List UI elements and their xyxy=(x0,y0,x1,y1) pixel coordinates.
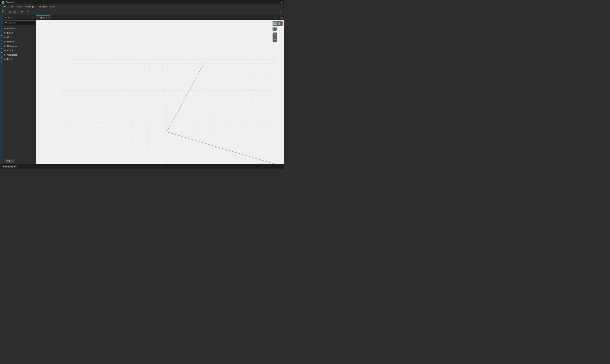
tree-item-geometry[interactable]: ▶ Geometry xyxy=(3,44,36,48)
expand-arrow-display: ▶ xyxy=(4,40,6,43)
canvas-viewport[interactable]: + − xyxy=(36,20,284,164)
expand-arrow-office: ▶ xyxy=(4,49,6,52)
tree-label-geometry: Geometry xyxy=(7,45,17,47)
menu-file[interactable]: File xyxy=(1,5,8,8)
undo-button[interactable] xyxy=(20,10,25,14)
tree-label-operators: Operators xyxy=(7,54,17,56)
perspective-view-button[interactable] xyxy=(273,22,277,25)
redo-button[interactable] xyxy=(26,10,30,14)
expand-arrow-operators: ▶ xyxy=(4,54,6,56)
main-layout: 1 2 3 4 5 6 7 Library | ‖ ◁ 🔍 ▶ Analyze xyxy=(0,15,284,164)
search-input[interactable] xyxy=(9,22,34,24)
add-bar: Add ▼ xyxy=(3,157,36,164)
close-button[interactable]: ✕ xyxy=(280,1,283,4)
view-toggles xyxy=(272,21,283,26)
app-icon xyxy=(2,1,4,4)
tree-label-builtin: BuiltIn xyxy=(7,32,14,34)
tree-label-display: Display xyxy=(7,40,14,43)
menu-edit[interactable]: Edit xyxy=(8,5,15,8)
svg-rect-3 xyxy=(14,12,16,13)
tree-item-display[interactable]: ▶ Display xyxy=(3,39,36,44)
tree-item-office[interactable]: ▶ Office xyxy=(3,48,36,52)
app-title: Dynamo xyxy=(6,1,271,3)
fit-view-button[interactable] xyxy=(272,27,277,31)
zoom-controls: + − xyxy=(272,27,283,42)
canvas-controls: + − xyxy=(272,21,283,42)
title-bar: Dynamo ─ □ ✕ xyxy=(0,0,284,4)
sidebar-title: Library xyxy=(4,16,25,19)
svg-rect-6 xyxy=(41,20,279,164)
menu-settings[interactable]: Settings xyxy=(37,5,48,8)
menu-view[interactable]: View xyxy=(15,5,24,8)
tree-item-analyze[interactable]: ▶ Analyze xyxy=(3,26,36,30)
line-6: 6 xyxy=(0,55,3,60)
screenshot-button[interactable] xyxy=(278,10,283,14)
sidebar-layout-icon[interactable]: ‖ xyxy=(28,16,31,19)
toolbar-sep-1 xyxy=(18,10,19,14)
line-2: 2 xyxy=(0,38,3,42)
run-mode-dropdown[interactable]: Automatic ▼ xyxy=(2,165,17,168)
tabs-bar: Home ✕ ≡ xyxy=(36,15,284,20)
expand-arrow-geometry: ▶ xyxy=(4,45,6,47)
line-4: 4 xyxy=(0,47,3,51)
sidebar-header-icons: | ‖ ◁ xyxy=(25,16,35,19)
expand-arrow-revit: ▶ xyxy=(4,58,6,60)
tabs-overflow[interactable]: ≡ xyxy=(280,17,284,19)
tree-label-revit: Revit xyxy=(7,58,12,60)
library-tree: ▶ Analyze ▶ BuiltIn ▶ Core ▶ Display ▶ G… xyxy=(3,26,36,157)
expand-arrow-builtin: ▶ xyxy=(4,32,6,34)
menu-help[interactable]: Help xyxy=(49,5,56,8)
zoom-out-button[interactable]: − xyxy=(272,37,277,42)
minimize-button[interactable]: ─ xyxy=(272,1,275,4)
menu-packages[interactable]: Packages xyxy=(24,5,37,8)
tree-label-analyze: Analyze xyxy=(7,27,15,29)
maximize-button[interactable]: □ xyxy=(276,1,279,4)
tab-home-close[interactable]: ✕ xyxy=(45,17,47,19)
search-icon: 🔍 xyxy=(5,22,8,24)
expand-arrow-core: ▶ xyxy=(4,36,6,38)
toolbar xyxy=(0,9,284,15)
tab-home-label: Home xyxy=(38,16,44,19)
sidebar-pin-icon[interactable]: | xyxy=(25,16,28,19)
tree-item-operators[interactable]: ▶ Operators xyxy=(3,52,36,57)
line-3: 3 xyxy=(0,42,3,47)
open-button[interactable] xyxy=(7,10,12,14)
expand-arrow-analyze: ▶ xyxy=(4,27,6,29)
line-1: 1 xyxy=(0,33,3,38)
sidebar-collapse-icon[interactable]: ◁ xyxy=(32,16,35,19)
flat-view-button[interactable] xyxy=(278,22,282,25)
svg-point-5 xyxy=(280,12,281,13)
tab-home[interactable]: Home ✕ xyxy=(36,15,50,19)
svg-rect-56 xyxy=(279,22,281,25)
run-mode-label: Automatic xyxy=(3,165,13,168)
menu-bar: File Edit View Packages Settings Help xyxy=(0,4,284,9)
window-controls: ─ □ ✕ xyxy=(272,1,283,4)
status-bar: Automatic ▼ xyxy=(0,164,284,169)
new-button[interactable] xyxy=(1,10,6,14)
canvas-area[interactable]: + − xyxy=(36,20,284,164)
sidebar-header: Library | ‖ ◁ xyxy=(3,15,36,20)
line-5: 5 xyxy=(0,51,3,55)
save-button[interactable] xyxy=(13,10,17,14)
search-box[interactable]: 🔍 xyxy=(4,20,35,25)
tree-item-revit[interactable]: ▶ Revit xyxy=(3,57,36,61)
tree-item-builtin[interactable]: ▶ BuiltIn xyxy=(3,30,36,35)
run-mode-arrow: ▼ xyxy=(14,165,16,168)
add-button-arrow: ▼ xyxy=(12,159,15,163)
add-button-label: Add xyxy=(4,159,12,163)
line-numbers: 1 2 3 4 5 6 7 xyxy=(0,15,3,164)
tree-label-office: Office xyxy=(7,49,13,52)
line-7: 7 xyxy=(0,60,3,64)
tree-label-core: Core xyxy=(7,36,12,38)
tree-item-core[interactable]: ▶ Core xyxy=(3,35,36,39)
svg-rect-2 xyxy=(14,11,15,12)
add-button[interactable]: Add ▼ xyxy=(4,159,15,163)
svg-rect-52 xyxy=(273,23,277,25)
sidebar: Library | ‖ ◁ 🔍 ▶ Analyze ▶ BuiltIn ▶ xyxy=(3,15,36,164)
canvas-svg xyxy=(36,20,284,164)
zoom-in-button[interactable]: + xyxy=(272,33,277,37)
